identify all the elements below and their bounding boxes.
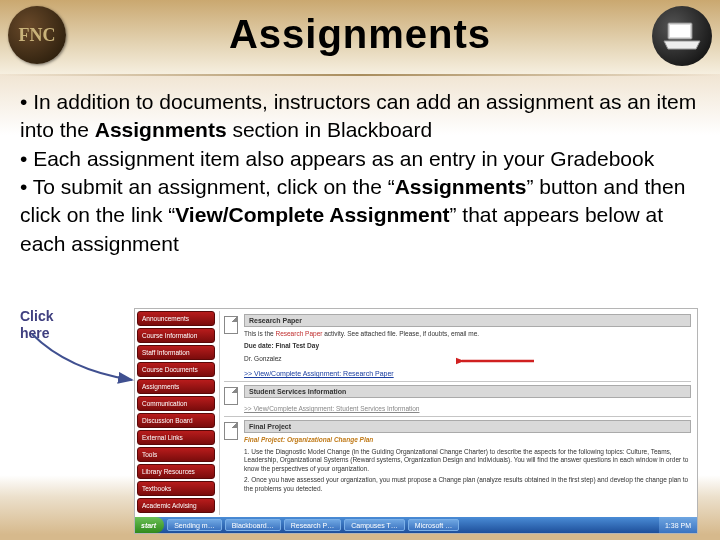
laptop-icon — [652, 6, 712, 66]
sidebar-item-advising[interactable]: Academic Advising — [137, 498, 215, 513]
bullet-3-bold1: Assignments — [395, 175, 527, 198]
sidebar-item-assignments[interactable]: Assignments — [137, 379, 215, 394]
row1-desc-post: activity. See attached file. Please, if … — [322, 330, 479, 337]
sidebar-item-announcements[interactable]: Announcements — [137, 311, 215, 326]
bullet-1: • In addition to documents, instructors … — [20, 88, 700, 145]
callout-line2: here — [20, 325, 53, 342]
page-title: Assignments — [0, 12, 720, 57]
assignment-heading: Research Paper — [244, 314, 691, 327]
red-arrow-annotation — [456, 353, 536, 369]
sidebar-item-communication[interactable]: Communication — [137, 396, 215, 411]
sidebar-item-staff-info[interactable]: Staff Information — [137, 345, 215, 360]
bb-main: Research Paper This is the Research Pape… — [219, 311, 695, 515]
sidebar-item-library[interactable]: Library Resources — [137, 464, 215, 479]
sidebar-item-external-links[interactable]: External Links — [137, 430, 215, 445]
bullet-3-pre: • To submit an assignment, click on the … — [20, 175, 395, 198]
svg-rect-1 — [670, 25, 690, 37]
bullet-1-post: section in Blackboard — [227, 118, 432, 141]
sidebar-item-course-info[interactable]: Course Information — [137, 328, 215, 343]
taskbar-item[interactable]: Blackboard… — [225, 519, 281, 531]
assignment-row-research-paper: Research Paper This is the Research Pape… — [224, 311, 691, 382]
taskbar-item[interactable]: Sending m… — [167, 519, 221, 531]
taskbar-item[interactable]: Research P… — [284, 519, 342, 531]
bullet-1-bold: Assignments — [95, 118, 227, 141]
document-icon — [224, 387, 238, 405]
assignment-heading: Student Services Information — [244, 385, 691, 398]
system-tray[interactable]: 1:38 PM — [659, 517, 697, 533]
divider — [0, 74, 720, 76]
bullet-2: • Each assignment item also appears as a… — [20, 145, 700, 173]
start-button[interactable]: start — [135, 517, 164, 533]
assignment-row-student-services: Student Services Information >> View/Com… — [224, 382, 691, 417]
row1-desc-em: Research Paper — [275, 330, 322, 337]
assignment-row-final-project: Final Project Final Project: Organizatio… — [224, 417, 691, 496]
view-complete-link-muted[interactable]: >> View/Complete Assignment: Student Ser… — [244, 405, 419, 412]
document-icon — [224, 422, 238, 440]
row3-para1: 1. Use the Diagnostic Model Change (in t… — [244, 448, 691, 473]
sidebar-item-tools[interactable]: Tools — [137, 447, 215, 462]
bullet-3-bold2: View/Complete Assignment — [175, 203, 449, 226]
view-complete-link[interactable]: >> View/Complete Assignment: Research Pa… — [244, 370, 394, 377]
callout-line1: Click — [20, 308, 53, 325]
taskbar-item[interactable]: Campuses T… — [344, 519, 405, 531]
sidebar-item-discussion[interactable]: Discussion Board — [137, 413, 215, 428]
row1-due: Due date: Final Test Day — [244, 342, 691, 350]
slide-body: • In addition to documents, instructors … — [20, 88, 700, 258]
assignment-heading: Final Project — [244, 420, 691, 433]
document-icon — [224, 316, 238, 334]
row3-para2: 2. Once you have assessed your organizat… — [244, 476, 691, 493]
sidebar-item-textbooks[interactable]: Textbooks — [137, 481, 215, 496]
sidebar-item-course-docs[interactable]: Course Documents — [137, 362, 215, 377]
bb-sidebar: Announcements Course Information Staff I… — [137, 311, 215, 532]
callout-click-here: Click here — [20, 308, 53, 342]
taskbar-item[interactable]: Microsoft … — [408, 519, 459, 531]
windows-taskbar: start Sending m… Blackboard… Research P…… — [135, 517, 697, 533]
bullet-3: • To submit an assignment, click on the … — [20, 173, 700, 258]
row1-desc-pre: This is the — [244, 330, 275, 337]
blackboard-screenshot: Announcements Course Information Staff I… — [134, 308, 698, 534]
row3-subtitle: Final Project: Organizational Change Pla… — [244, 436, 691, 444]
